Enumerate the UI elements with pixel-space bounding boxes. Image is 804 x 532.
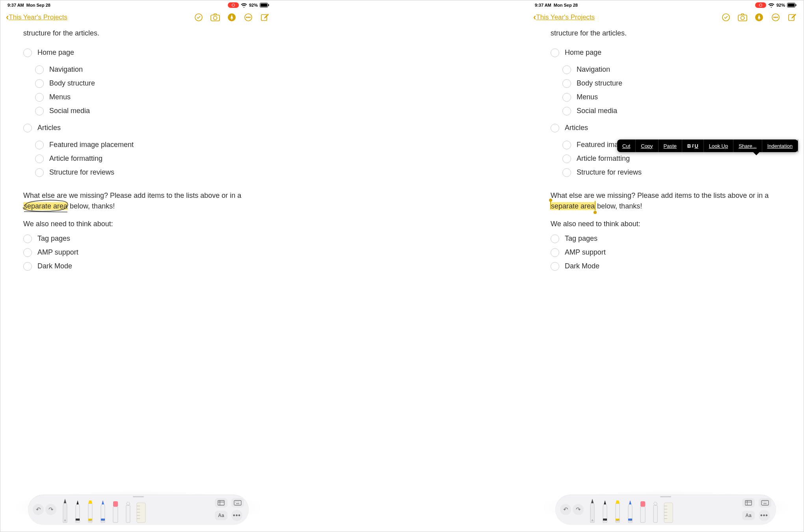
cut-button[interactable]: Cut: [617, 140, 636, 152]
lasso-tool[interactable]: [123, 501, 134, 523]
checkbox-icon[interactable]: [551, 48, 559, 57]
table-button[interactable]: [215, 498, 227, 508]
screen-recording-indicator[interactable]: [228, 2, 239, 8]
eraser-tool[interactable]: [637, 501, 648, 523]
back-button[interactable]: ‹ This Year's Projects: [533, 12, 595, 22]
selection-handle-icon[interactable]: [594, 211, 597, 214]
checklist-item[interactable]: Article formatting: [562, 152, 781, 166]
checkbox-icon[interactable]: [23, 262, 32, 271]
checkbox-icon[interactable]: [35, 154, 44, 163]
biu-button[interactable]: BIU: [682, 140, 704, 152]
eraser-tool[interactable]: [110, 501, 121, 523]
checkbox-icon[interactable]: [35, 79, 44, 88]
text-format-button[interactable]: Aa: [742, 511, 755, 520]
checkbox-icon[interactable]: [562, 141, 571, 149]
paragraph[interactable]: What else are we missing? Please add ite…: [551, 190, 781, 212]
highlighter-tool[interactable]: 80: [85, 500, 96, 523]
text-pen-tool[interactable]: A: [587, 498, 598, 523]
checklist-icon[interactable]: [194, 12, 204, 22]
ruler-tool[interactable]: [135, 501, 146, 523]
paste-button[interactable]: Paste: [659, 140, 682, 152]
paragraph[interactable]: We also need to think about:: [551, 219, 781, 229]
selection-handle-icon[interactable]: [549, 199, 552, 202]
checklist-item[interactable]: Social media: [562, 104, 781, 118]
checkbox-icon[interactable]: [551, 248, 559, 257]
checklist-item[interactable]: Navigation: [35, 63, 253, 76]
markup-icon[interactable]: [227, 12, 237, 22]
checklist-item[interactable]: Home page: [551, 46, 781, 60]
keyboard-button[interactable]: [759, 498, 771, 508]
camera-icon[interactable]: [210, 12, 220, 22]
checkbox-icon[interactable]: [23, 234, 32, 243]
drag-handle-icon[interactable]: [133, 496, 144, 497]
indentation-button[interactable]: Indentation: [762, 140, 798, 152]
lookup-button[interactable]: Look Up: [704, 140, 733, 152]
compose-icon[interactable]: [787, 12, 797, 22]
screen-recording-indicator[interactable]: [755, 2, 766, 8]
text-format-button[interactable]: Aa: [215, 511, 227, 520]
checkbox-icon[interactable]: [562, 79, 571, 88]
note-content[interactable]: structure for the articles. Home page Na…: [4, 28, 272, 273]
checklist-item[interactable]: Tag pages: [551, 232, 781, 246]
checklist-item[interactable]: AMP support: [551, 246, 781, 259]
checklist-item[interactable]: Home page: [23, 46, 253, 60]
table-button[interactable]: [742, 498, 755, 508]
checklist-item[interactable]: Dark Mode: [23, 259, 253, 273]
highlighted-text[interactable]: separate area: [23, 201, 68, 212]
pen-tool[interactable]: 97: [599, 500, 610, 523]
checklist-icon[interactable]: [721, 12, 731, 22]
paragraph[interactable]: We also need to think about:: [23, 219, 253, 229]
checkbox-icon[interactable]: [35, 65, 44, 74]
checklist-item[interactable]: Social media: [35, 104, 253, 118]
highlighter-tool[interactable]: 80: [612, 500, 623, 523]
checklist-item[interactable]: Body structure: [562, 76, 781, 90]
checkbox-icon[interactable]: [35, 168, 44, 177]
redo-button[interactable]: ↷: [573, 504, 584, 515]
checkbox-icon[interactable]: [562, 65, 571, 74]
markup-toolbar[interactable]: ↶ ↷ A 97 80 50 Aa •••: [28, 495, 249, 525]
checkbox-icon[interactable]: [562, 168, 571, 177]
camera-icon[interactable]: [737, 12, 748, 22]
pen-tool[interactable]: 97: [72, 500, 83, 523]
checklist-item[interactable]: Body structure: [35, 76, 253, 90]
back-button[interactable]: ‹ This Year's Projects: [6, 12, 67, 22]
keyboard-button[interactable]: [231, 498, 244, 508]
undo-button[interactable]: ↶: [560, 504, 571, 515]
markup-icon[interactable]: [754, 12, 764, 22]
selection-handle-icon[interactable]: [595, 201, 596, 210]
checklist-item[interactable]: Navigation: [562, 63, 781, 76]
checkbox-icon[interactable]: [23, 248, 32, 257]
checkbox-icon[interactable]: [23, 124, 32, 132]
checkbox-icon[interactable]: [23, 48, 32, 57]
checkbox-icon[interactable]: [562, 93, 571, 102]
pencil-tool[interactable]: 50: [97, 500, 108, 523]
selected-text[interactable]: separate area: [551, 201, 595, 212]
lasso-tool[interactable]: [650, 501, 661, 523]
checkbox-icon[interactable]: [562, 107, 571, 115]
checkbox-icon[interactable]: [35, 107, 44, 115]
checklist-item[interactable]: Featured image placement: [35, 138, 253, 152]
checkbox-icon[interactable]: [562, 154, 571, 163]
checkbox-icon[interactable]: [551, 234, 559, 243]
checkbox-icon[interactable]: [551, 262, 559, 271]
redo-button[interactable]: ↷: [45, 504, 56, 515]
checklist-item[interactable]: Dark Mode: [551, 259, 781, 273]
compose-icon[interactable]: [260, 12, 270, 22]
share-button[interactable]: Share...: [733, 140, 762, 152]
more-tools-button[interactable]: •••: [231, 510, 242, 521]
checklist-item[interactable]: Tag pages: [23, 232, 253, 246]
checkbox-icon[interactable]: [551, 124, 559, 132]
checklist-item[interactable]: Menus: [562, 90, 781, 104]
paragraph[interactable]: What else are we missing? Please add ite…: [23, 190, 253, 212]
drag-handle-icon[interactable]: [660, 496, 671, 497]
markup-toolbar[interactable]: ↶ ↷ A 97 80 50 Aa •••: [555, 495, 776, 525]
checklist-item[interactable]: Articles: [551, 121, 781, 135]
text-pen-tool[interactable]: A: [60, 498, 71, 523]
checklist-item[interactable]: Menus: [35, 90, 253, 104]
checklist-item[interactable]: Articles: [23, 121, 253, 135]
pencil-tool[interactable]: 50: [625, 500, 636, 523]
more-icon[interactable]: [243, 12, 253, 22]
checklist-item[interactable]: Structure for reviews: [562, 166, 781, 179]
checklist-item[interactable]: Article formatting: [35, 152, 253, 166]
more-tools-button[interactable]: •••: [759, 510, 770, 521]
